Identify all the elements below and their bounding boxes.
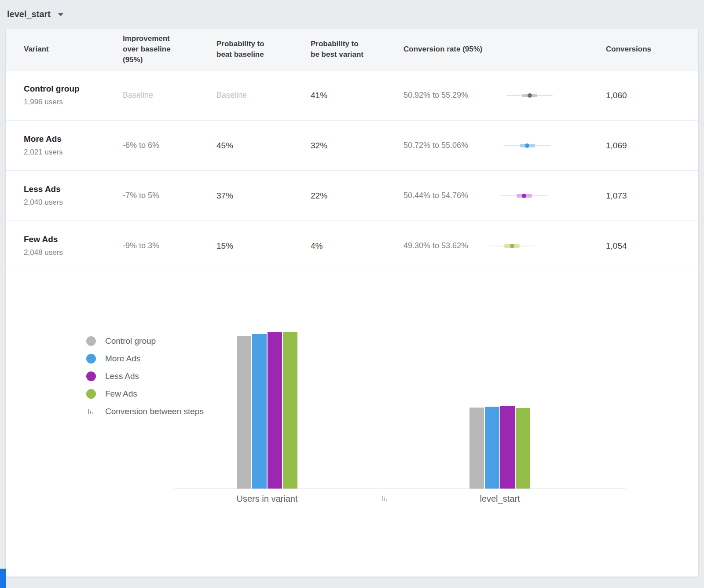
ci-median-dot: [510, 244, 514, 248]
legend-label: Few Ads: [105, 389, 137, 399]
confidence-interval-chart: [486, 141, 556, 150]
chart-bar-few-ads: [283, 332, 297, 489]
confidence-interval-chart: [486, 191, 556, 200]
chart-bar-few-ads: [516, 408, 530, 489]
ci-median-dot: [525, 143, 529, 148]
probability-best-variant-value: 4%: [311, 241, 403, 251]
conversion-between-steps-icon: [86, 408, 96, 415]
chart-bar-less-ads: [268, 332, 282, 489]
table-row: Less Ads2,040 users-7% to 5%37%22%50.44%…: [6, 171, 698, 221]
conversion-rate-range: 50.92% to 55.29%: [403, 91, 486, 100]
legend-color-swatch: [86, 354, 96, 364]
probability-best-variant-value: 32%: [311, 141, 403, 151]
legend-color-swatch: [86, 336, 96, 346]
variant-cell: More Ads2,021 users: [24, 134, 123, 157]
table-row: More Ads2,021 users-6% to 6%45%32%50.72%…: [6, 121, 698, 171]
variant-name: Control group: [24, 84, 123, 94]
legend-item: More Ads: [86, 350, 204, 368]
table-row: Few Ads2,048 users-9% to 3%15%4%49.30% t…: [6, 221, 698, 271]
column-header-prob-best-variant: Probability to be best variant: [311, 39, 377, 60]
conversion-rate-range: 50.44% to 54.76%: [403, 191, 486, 200]
chart-bar-control-group: [469, 408, 484, 489]
conversion-between-steps-icon: [382, 495, 388, 503]
bar-group-users-in-variant: [237, 332, 297, 489]
table-body: Control group1,996 usersBaselineBaseline…: [6, 70, 698, 271]
conversions-value: 1,073: [606, 191, 681, 201]
ci-median-dot: [522, 194, 526, 198]
column-header-variant: Variant: [24, 44, 123, 55]
legend-color-swatch: [86, 371, 96, 381]
chart-bar-more-ads: [485, 407, 499, 489]
improvement-value: -9% to 3%: [123, 241, 216, 250]
column-header-improvement: Improvement over baseline (95%): [123, 33, 189, 65]
legend-label: Control group: [105, 336, 156, 346]
ci-median-dot: [528, 93, 532, 98]
variant-name: Less Ads: [24, 184, 123, 194]
probability-beat-baseline-value: Baseline: [216, 91, 311, 100]
variant-name: More Ads: [24, 134, 123, 144]
confidence-interval-chart: [486, 91, 556, 100]
improvement-value: Baseline: [123, 91, 216, 100]
legend-label: More Ads: [105, 354, 140, 364]
legend-item: Control group: [86, 332, 204, 350]
legend-item: Few Ads: [86, 385, 204, 403]
conversion-rate-cell: 49.30% to 53.62%: [403, 241, 606, 250]
conversions-value: 1,060: [606, 91, 681, 100]
bar-group-level-start: [469, 406, 530, 489]
legend-color-swatch: [86, 389, 96, 399]
variant-users: 2,048 users: [24, 248, 123, 257]
probability-best-variant-value: 41%: [311, 91, 403, 100]
event-selector-dropdown[interactable]: level_start: [7, 9, 64, 19]
chart-bar-control-group: [237, 336, 251, 489]
probability-beat-baseline-value: 37%: [216, 191, 311, 201]
chart-x-axis: [174, 489, 626, 489]
x-axis-label-level-start: level_start: [434, 494, 566, 504]
conversion-rate-range: 50.72% to 55.06%: [403, 141, 486, 150]
topbar: level_start: [0, 0, 704, 29]
variant-name: Few Ads: [24, 235, 123, 244]
legend-label: Less Ads: [105, 371, 139, 381]
variant-cell: Few Ads2,048 users: [24, 235, 123, 257]
x-axis-label-users-in-variant: Users in variant: [201, 494, 333, 504]
legend-item: Conversion between steps: [86, 403, 204, 420]
legend-label: Conversion between steps: [105, 407, 204, 416]
variant-cell: Control group1,996 users: [24, 84, 123, 107]
funnel-chart: Control groupMore AdsLess AdsFew AdsConv…: [6, 271, 698, 577]
probability-beat-baseline-value: 15%: [216, 241, 311, 251]
variant-users: 2,021 users: [24, 148, 123, 157]
results-card: Variant Improvement over baseline (95%) …: [6, 29, 698, 577]
improvement-value: -7% to 5%: [123, 191, 216, 200]
conversions-value: 1,069: [606, 141, 681, 151]
chart-legend: Control groupMore AdsLess AdsFew AdsConv…: [86, 332, 204, 420]
legend-item: Less Ads: [86, 368, 204, 385]
chart-bar-more-ads: [252, 334, 267, 489]
conversion-rate-cell: 50.92% to 55.29%: [403, 91, 606, 100]
column-header-conversions: Conversions: [606, 44, 681, 55]
confidence-interval-chart: [486, 242, 556, 250]
column-header-conversion-rate: Conversion rate (95%): [403, 44, 606, 55]
variant-users: 2,040 users: [24, 198, 123, 207]
table-row: Control group1,996 usersBaselineBaseline…: [6, 70, 698, 121]
blue-corner-element[interactable]: [0, 569, 6, 588]
probability-beat-baseline-value: 45%: [216, 141, 311, 151]
conversions-value: 1,054: [606, 241, 681, 251]
variant-cell: Less Ads2,040 users: [24, 184, 123, 207]
chart-bar-less-ads: [500, 406, 515, 489]
variant-users: 1,996 users: [24, 98, 123, 107]
event-selector-label: level_start: [7, 9, 51, 19]
conversion-rate-range: 49.30% to 53.62%: [403, 241, 486, 250]
column-header-prob-beat-baseline: Probability to beat baseline: [216, 39, 282, 60]
chevron-down-icon: [58, 13, 64, 16]
probability-best-variant-value: 22%: [311, 191, 403, 201]
conversion-rate-cell: 50.72% to 55.06%: [403, 141, 606, 150]
table-header-row: Variant Improvement over baseline (95%) …: [6, 29, 698, 70]
improvement-value: -6% to 6%: [123, 141, 216, 150]
conversion-rate-cell: 50.44% to 54.76%: [403, 191, 606, 200]
